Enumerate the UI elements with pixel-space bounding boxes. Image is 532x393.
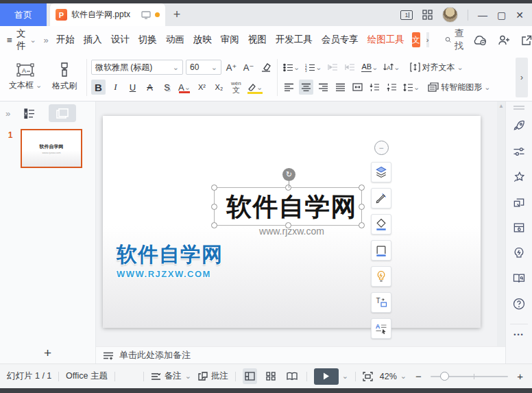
screen-share-icon[interactable] (511, 194, 527, 211)
shape-fill-button[interactable] (371, 214, 391, 235)
add-slide-button[interactable]: + (0, 343, 95, 364)
resize-handle-ne[interactable] (359, 184, 365, 191)
font-color-button[interactable]: A⌄ (177, 80, 192, 95)
minimize-button[interactable]: — (478, 10, 487, 21)
clear-format-icon[interactable] (258, 60, 273, 75)
notes-bar[interactable]: 单击此处添加备注 (96, 346, 505, 364)
sidebar-drag-handle[interactable] (513, 106, 524, 110)
font-size-select[interactable]: 60 ⌄ (186, 60, 221, 75)
properties-sliders-icon[interactable] (511, 143, 527, 160)
shape-outline-button[interactable] (371, 240, 391, 261)
justify-button[interactable] (333, 80, 348, 95)
help-icon[interactable] (511, 296, 527, 312)
decrease-indent-button[interactable] (326, 60, 340, 75)
zoom-in-button[interactable]: + (515, 370, 525, 382)
space-after-button[interactable] (385, 80, 399, 95)
zoom-out-button[interactable]: − (413, 370, 424, 382)
user-avatar[interactable] (442, 7, 458, 23)
tab-design[interactable]: 设计 (110, 32, 131, 48)
invite-collaborator-icon[interactable] (498, 35, 510, 45)
slide-thumbnail[interactable]: 软件自学网 www.rjzxw.com (21, 129, 82, 168)
strikethrough-button[interactable]: A (143, 80, 157, 95)
highlight-color-button[interactable]: ⌄ (246, 80, 264, 95)
convert-smart-graphic-button[interactable]: 转智能图形 ⌄ (428, 82, 490, 93)
subscript-button[interactable]: X₂ (212, 80, 226, 95)
zoom-level-select[interactable]: 42% ⌄ (380, 372, 407, 381)
sidebar-more-icon[interactable]: ••• (513, 331, 524, 338)
hot-recommend-icon[interactable] (511, 219, 527, 236)
apps-grid-icon[interactable] (422, 10, 433, 20)
text-to-shape-button[interactable]: T (371, 292, 391, 313)
share-icon[interactable] (521, 35, 532, 45)
space-before-button[interactable] (367, 80, 382, 95)
resize-handle-se[interactable] (359, 222, 365, 228)
document-tab[interactable]: P 软件自学网.pptx (50, 3, 165, 26)
outline-view-icon[interactable] (24, 108, 35, 119)
tab-drawing-tools[interactable]: 绘图工具 (366, 32, 406, 48)
tab-insert[interactable]: 插入 (82, 32, 104, 48)
scroll-up-icon[interactable]: ▲ (497, 102, 505, 109)
notes-toggle-button[interactable]: 备注 ⌄ (151, 370, 191, 382)
tab-transitions[interactable]: 切换 (137, 32, 158, 48)
text-box-button[interactable]: A 文本框⌄ (4, 63, 47, 91)
dictionary-book-icon[interactable] (511, 270, 527, 287)
resize-handle-e[interactable] (359, 204, 365, 210)
quick-tools-rocket-icon[interactable] (511, 118, 527, 134)
tab-view[interactable]: 视图 (247, 32, 268, 48)
slide-view-button[interactable] (49, 104, 76, 122)
bullet-list-button[interactable]: ⌄ (282, 60, 301, 75)
select-text-button[interactable]: A (371, 318, 391, 339)
tab-member[interactable]: 会员专享 (320, 32, 360, 48)
zoom-slider[interactable] (431, 376, 508, 377)
chevron-down-icon[interactable]: ⌄ (342, 372, 348, 381)
resize-handle-w[interactable] (211, 204, 217, 210)
tab-slideshow[interactable]: 放映 (192, 32, 213, 48)
comments-button[interactable]: 批注 (198, 370, 228, 382)
pinyin-guide-button[interactable]: wén文 (229, 80, 243, 95)
tab-developer[interactable]: 开发工具 (274, 32, 314, 48)
slide-thumbnail-row[interactable]: 1 软件自学网 www.rjzxw.com (0, 129, 95, 168)
increase-indent-button[interactable] (343, 60, 357, 75)
vertical-scrollbar[interactable]: ▲ (497, 102, 505, 346)
superscript-button[interactable]: X² (195, 80, 209, 95)
character-border-button[interactable]: AB⌄ (360, 60, 379, 75)
tab-home[interactable]: 开始 (55, 32, 76, 48)
cloud-sync-icon[interactable] (473, 35, 487, 45)
home-tab[interactable]: 首页 (0, 3, 47, 26)
play-slideshow-button[interactable] (314, 368, 339, 385)
new-tab-button[interactable]: + (165, 3, 189, 26)
tab-text-tools-badge[interactable]: 文 (412, 32, 420, 47)
close-button[interactable]: ✕ (516, 10, 524, 21)
reading-view-button[interactable] (285, 368, 300, 384)
normal-view-button[interactable] (243, 368, 257, 384)
slide-surface[interactable]: 软件自学网 www.rjzxw.com ↻ (103, 116, 481, 328)
theme-name[interactable]: Office 主题 (66, 370, 108, 382)
file-menu[interactable]: ≡ 文件 ⌄ (7, 27, 36, 52)
distribute-button[interactable] (350, 80, 365, 95)
increase-font-button[interactable]: A⁺ (224, 60, 239, 75)
fit-slide-button[interactable] (363, 372, 373, 381)
editing-canvas[interactable]: 软件自学网 www.rjzxw.com ↻ (96, 102, 505, 346)
collapse-toolbar-button[interactable]: − (374, 141, 389, 155)
font-name-select[interactable]: 微软雅黑 (标题) ⌄ (91, 60, 183, 75)
ribbon-expand-button[interactable]: › (516, 58, 528, 97)
align-center-button[interactable] (299, 80, 313, 95)
format-painter-button[interactable]: 格式刷 (47, 62, 82, 92)
resize-handle-nw[interactable] (211, 184, 217, 191)
find-button[interactable]: 查找 (445, 27, 468, 52)
slide-subtitle-text[interactable]: www.rjzxw.com (103, 226, 481, 237)
underline-button[interactable]: U (125, 80, 140, 95)
italic-button[interactable]: I (108, 80, 123, 95)
smart-bulb-icon[interactable] (511, 245, 527, 261)
numbered-list-button[interactable]: 123 ⌄ (304, 60, 323, 75)
smart-idea-button[interactable] (371, 266, 391, 287)
tab-animations[interactable]: 动画 (165, 32, 186, 48)
slide-sorter-view-button[interactable] (264, 368, 278, 384)
line-spacing-button[interactable]: ⌄ (402, 80, 421, 95)
text-shadow-button[interactable]: S (160, 80, 174, 95)
maximize-button[interactable]: ▢ (497, 10, 506, 21)
bold-button[interactable]: B (91, 80, 106, 95)
align-left-button[interactable] (282, 80, 296, 95)
effects-star-icon[interactable] (511, 169, 527, 185)
decrease-font-button[interactable]: A⁻ (241, 60, 256, 75)
